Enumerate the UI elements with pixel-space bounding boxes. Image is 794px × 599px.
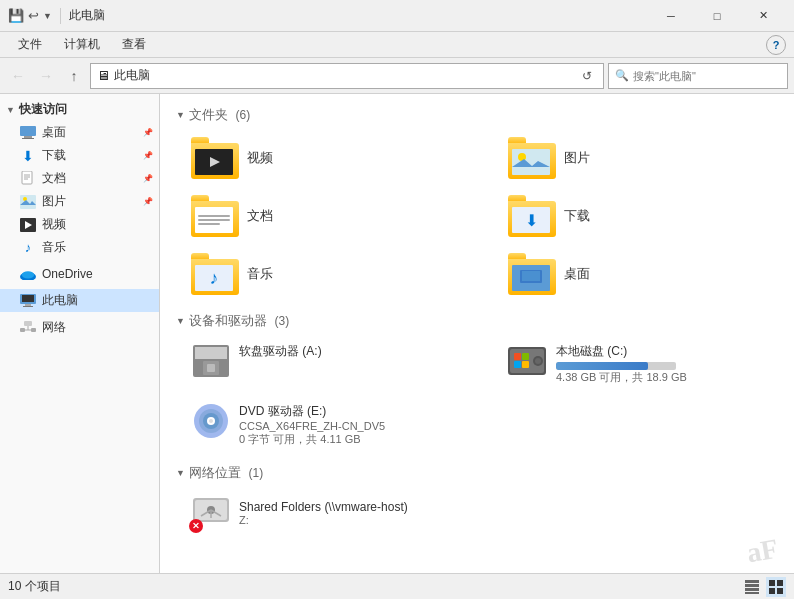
folder-music-label: 音乐 [247, 265, 273, 283]
device-item-dvd[interactable]: DVD 驱动器 (E:) CCSA_X64FRE_ZH-CN_DV5 0 字节 … [184, 398, 461, 452]
folder-item-video[interactable]: 视频 [184, 132, 461, 184]
network-location-item[interactable]: ✕ Shared Folders (\\vmware-host) Z: [184, 490, 778, 536]
device-item-floppy[interactable]: 软盘驱动器 (A:) [184, 338, 461, 390]
search-bar[interactable]: 🔍 [608, 63, 788, 89]
maximize-button[interactable]: □ [694, 0, 740, 32]
minimize-button[interactable]: ─ [648, 0, 694, 32]
folders-section-header[interactable]: ▼ 文件夹 (6) [176, 106, 778, 124]
localdisk-device-info: 本地磁盘 (C:) 4.38 GB 可用，共 18.9 GB [556, 343, 687, 385]
svg-rect-40 [514, 361, 521, 368]
undo-icon[interactable]: ↩ [28, 8, 39, 23]
forward-button[interactable]: → [34, 64, 58, 88]
documents-icon [20, 171, 36, 187]
main-layout: ▼ 快速访问 桌面 📌 [0, 94, 794, 573]
downloads-icon: ⬇ [20, 148, 36, 164]
sidebar-section-quickaccess: ▼ 快速访问 桌面 📌 [0, 98, 159, 259]
svg-rect-53 [745, 580, 759, 583]
folder-downloads-icon: ⬇ [508, 195, 556, 237]
dropdown-arrow-icon[interactable]: ▼ [43, 11, 52, 21]
svg-rect-17 [23, 306, 33, 307]
devices-arrow-icon: ▼ [176, 316, 185, 326]
folder-item-music[interactable]: ♪ 音乐 [184, 248, 461, 300]
sidebar-quickaccess-label: 快速访问 [19, 101, 67, 118]
address-bar[interactable]: 🖥 此电脑 ↺ [90, 63, 604, 89]
folder-item-image[interactable]: 图片 [501, 132, 778, 184]
svg-rect-29 [522, 271, 540, 281]
network-section-header[interactable]: ▼ 网络位置 (1) [176, 464, 778, 482]
address-part-thispc: 此电脑 [114, 67, 150, 84]
folder-music-icon: ♪ [191, 253, 239, 295]
refresh-button[interactable]: ↺ [577, 66, 597, 86]
sidebar-item-downloads[interactable]: ⬇ 下载 📌 [0, 144, 159, 167]
menu-view[interactable]: 查看 [112, 34, 156, 56]
svg-rect-15 [22, 295, 34, 302]
sidebar-item-pictures[interactable]: 图片 📌 [0, 190, 159, 213]
desktop-icon [20, 125, 36, 141]
search-input[interactable] [633, 70, 781, 82]
close-button[interactable]: ✕ [740, 0, 786, 32]
pictures-icon [20, 194, 36, 210]
dvd-device-sub1: CCSA_X64FRE_ZH-CN_DV5 [239, 420, 385, 432]
svg-rect-18 [24, 321, 32, 326]
svg-rect-41 [522, 361, 529, 368]
svg-rect-31 [195, 347, 227, 359]
title-bar-title: 此电脑 [69, 7, 648, 24]
sidebar-desktop-label: 桌面 [42, 124, 141, 141]
downloads-pin-icon: 📌 [143, 151, 153, 160]
svg-point-37 [535, 358, 541, 364]
folder-item-documents[interactable]: 文档 [184, 190, 461, 242]
network-section-title: 网络位置 (1) [189, 464, 263, 482]
folder-item-downloads[interactable]: ⬇ 下载 [501, 190, 778, 242]
sidebar-downloads-label: 下载 [42, 147, 141, 164]
details-view-button[interactable] [742, 577, 762, 597]
title-bar-separator [60, 8, 61, 24]
svg-point-8 [23, 197, 27, 201]
folder-desktop-label: 桌面 [564, 265, 590, 283]
svg-point-13 [22, 271, 34, 278]
sidebar-item-music[interactable]: ♪ 音乐 [0, 236, 159, 259]
devices-section-header[interactable]: ▼ 设备和驱动器 (3) [176, 312, 778, 330]
dvd-device-info: DVD 驱动器 (E:) CCSA_X64FRE_ZH-CN_DV5 0 字节 … [239, 403, 385, 447]
svg-rect-54 [745, 584, 759, 587]
svg-rect-60 [777, 588, 783, 594]
localdisk-icon [508, 343, 548, 379]
sidebar-item-network[interactable]: 网络 [0, 316, 159, 339]
back-button[interactable]: ← [6, 64, 30, 88]
item-count-label: 10 个项目 [8, 578, 61, 595]
svg-rect-39 [522, 353, 529, 360]
folder-desktop-icon [508, 253, 556, 295]
help-button[interactable]: ? [766, 35, 786, 55]
large-icons-view-button[interactable] [766, 577, 786, 597]
sidebar-item-documents[interactable]: 文档 📌 [0, 167, 159, 190]
window-controls: ─ □ ✕ [648, 0, 786, 32]
sidebar-pictures-label: 图片 [42, 193, 141, 210]
onedrive-icon [20, 266, 36, 282]
device-item-localdisk[interactable]: 本地磁盘 (C:) 4.38 GB 可用，共 18.9 GB [501, 338, 778, 390]
sidebar-item-onedrive[interactable]: OneDrive [0, 263, 159, 285]
sidebar-quickaccess-header[interactable]: ▼ 快速访问 [0, 98, 159, 121]
sidebar-item-videos[interactable]: 视频 [0, 213, 159, 236]
svg-rect-57 [769, 580, 775, 586]
svg-rect-2 [22, 138, 34, 139]
svg-rect-55 [745, 588, 759, 591]
device-grid: 软盘驱动器 (A:) [176, 338, 778, 452]
sidebar-item-thispc[interactable]: 此电脑 [0, 289, 159, 312]
sidebar-section-network: 网络 [0, 316, 159, 339]
folder-documents-icon [191, 195, 239, 237]
folder-video-icon [191, 137, 239, 179]
folder-item-desktop[interactable]: 桌面 [501, 248, 778, 300]
sidebar-item-desktop[interactable]: 桌面 📌 [0, 121, 159, 144]
folder-documents-label: 文档 [247, 207, 273, 225]
menu-computer[interactable]: 计算机 [54, 34, 110, 56]
localdisk-device-name: 本地磁盘 (C:) [556, 343, 687, 360]
svg-point-46 [209, 419, 213, 423]
svg-rect-0 [20, 126, 36, 136]
search-magnifier-icon: 🔍 [615, 69, 629, 82]
devices-section-title: 设备和驱动器 (3) [189, 312, 289, 330]
up-button[interactable]: ↑ [62, 64, 86, 88]
save-icon[interactable]: 💾 [8, 8, 24, 23]
network-icon [20, 320, 36, 336]
floppy-device-info: 软盘驱动器 (A:) [239, 343, 322, 360]
menu-file[interactable]: 文件 [8, 34, 52, 56]
folders-section-title: 文件夹 (6) [189, 106, 250, 124]
